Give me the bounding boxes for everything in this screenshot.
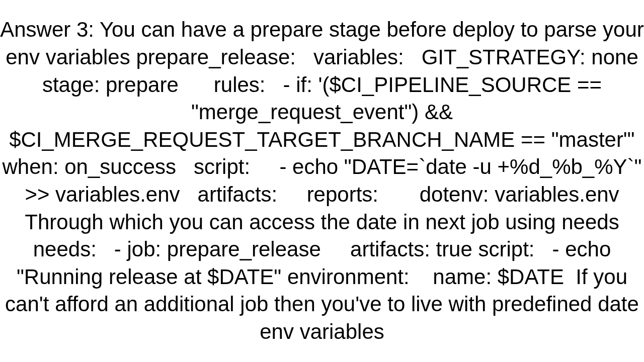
answer-text: Answer 3: You can have a prepare stage b… bbox=[0, 0, 644, 362]
